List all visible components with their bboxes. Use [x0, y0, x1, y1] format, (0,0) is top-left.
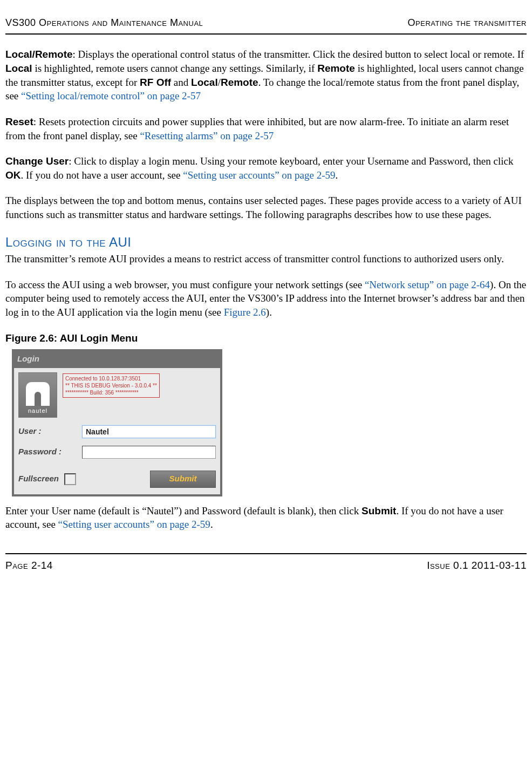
text: .: [336, 169, 338, 181]
nautel-logo-icon: nautel: [18, 372, 57, 418]
link-network-setup[interactable]: “Network setup” on page 2-64: [365, 279, 490, 290]
term-submit: Submit: [362, 505, 396, 516]
password-label: Password :: [18, 446, 78, 457]
paragraph-restrict-access: The transmitter’s remote AUI provides a …: [5, 252, 527, 266]
term-local: Local: [5, 63, 32, 74]
text: ).: [266, 307, 272, 318]
text: .: [210, 519, 213, 530]
link-setting-user-accounts[interactable]: “Setting user accounts” on page 2-59: [183, 169, 335, 181]
footer-left: Page 2-14: [5, 559, 53, 573]
term-change-user: Change User: [5, 155, 69, 167]
term-rf-off: RF Off: [140, 77, 171, 88]
debug-message: Connected to 10.0.128.37:3501 ** THIS IS…: [63, 373, 160, 398]
submit-button[interactable]: Submit: [150, 471, 216, 488]
footer-right: Issue 0.1 2011-03-11: [427, 559, 527, 573]
term-remote2: Remote: [221, 77, 258, 88]
paragraph-access-aui: To access the AUI using a web browser, y…: [5, 278, 527, 319]
login-title: Login: [14, 351, 220, 368]
figure-caption: Figure 2.6: AUI Login Menu: [5, 331, 527, 345]
link-setting-local-remote[interactable]: “Setting local/remote control” on page 2…: [21, 90, 201, 101]
heading-logging-in: Logging in to the AUI: [5, 234, 527, 251]
term-local2: Local: [191, 77, 218, 88]
login-window: Login nautel Connected to 10.0.128.37:35…: [12, 349, 222, 496]
user-input[interactable]: [82, 425, 216, 438]
text: Enter your User name (default is “Nautel…: [5, 505, 362, 516]
paragraph-change-user: Change User: Click to display a login me…: [5, 154, 527, 182]
header-left: VS300 Operations and Maintenance Manual: [5, 16, 203, 29]
link-figure-2-6[interactable]: Figure 2.6: [224, 307, 266, 318]
term-reset: Reset: [5, 116, 33, 127]
term-ok: OK: [5, 169, 21, 181]
page-footer: Page 2-14 Issue 0.1 2011-03-11: [5, 553, 527, 573]
text: is highlighted, remote users cannot chan…: [32, 63, 318, 74]
fullscreen-checkbox[interactable]: [64, 473, 76, 485]
term-remote: Remote: [317, 63, 355, 74]
page-header: VS300 Operations and Maintenance Manual …: [5, 16, 527, 35]
login-body: nautel Connected to 10.0.128.37:3501 ** …: [14, 368, 220, 494]
debug-line: ** THIS IS DEBUG Version - 3.0.0.4 **: [65, 382, 157, 389]
text: : Click to display a login menu. Using y…: [69, 155, 513, 167]
term-local-remote: Local/Remote: [5, 49, 73, 60]
text: To access the AUI using a web browser, y…: [5, 279, 365, 290]
fullscreen-label: Fullscreen: [18, 473, 59, 484]
paragraph-reset: Reset: Resets protection circuits and po…: [5, 115, 527, 142]
paragraph-enter-username: Enter your User name (default is “Nautel…: [5, 504, 527, 532]
text: . If you do not have a user account, see: [21, 169, 183, 181]
debug-line: *********** Build: 356 ***********: [65, 389, 157, 396]
link-resetting-alarms[interactable]: “Resetting alarms” on page 2-57: [140, 130, 274, 141]
user-label: User :: [18, 426, 78, 437]
link-setting-user-accounts-2[interactable]: “Setting user accounts” on page 2-59: [58, 519, 210, 530]
text: and: [171, 77, 191, 88]
debug-line: Connected to 10.0.128.37:3501: [65, 375, 157, 382]
paragraph-displays: The displays between the top and bottom …: [5, 194, 527, 221]
text: : Displays the operational control statu…: [73, 49, 524, 60]
logo-brand-text: nautel: [28, 407, 47, 417]
password-input[interactable]: [82, 446, 216, 459]
header-right: Operating the transmitter: [408, 16, 527, 29]
paragraph-local-remote: Local/Remote: Displays the operational c…: [5, 47, 527, 103]
